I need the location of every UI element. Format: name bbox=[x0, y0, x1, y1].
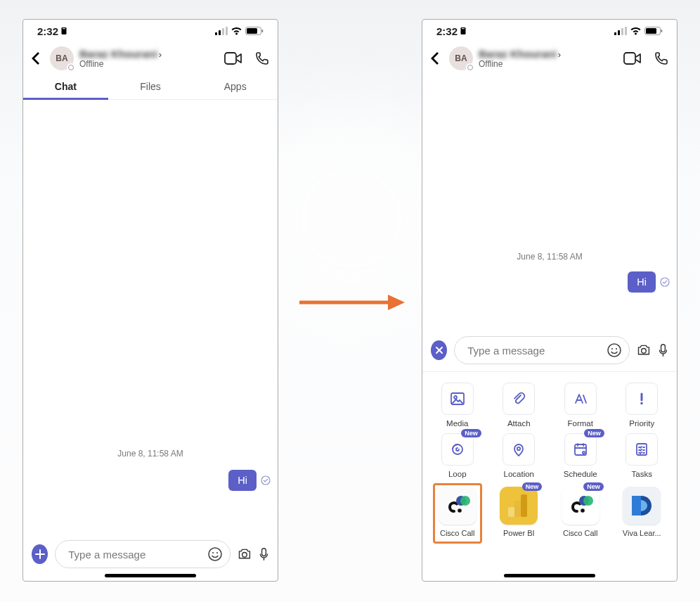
svg-point-16 bbox=[212, 552, 214, 553]
chat-body: June 8, 11:58 AM Hi bbox=[422, 252, 677, 293]
audio-call-icon[interactable] bbox=[654, 51, 668, 65]
mic-icon[interactable] bbox=[259, 546, 269, 563]
emoji-icon[interactable] bbox=[607, 342, 622, 358]
app-cisco-call[interactable]: New Cisco Call bbox=[554, 487, 607, 537]
tab-files[interactable]: Files bbox=[108, 73, 193, 99]
schedule-icon: New bbox=[564, 433, 597, 466]
app-cisco-call[interactable]: Cisco Call bbox=[431, 487, 484, 537]
header-actions bbox=[224, 51, 269, 65]
svg-rect-22 bbox=[614, 32, 616, 35]
tab-apps[interactable]: Apps bbox=[193, 73, 278, 99]
tile-label: Tasks bbox=[632, 470, 652, 478]
app-label: Viva Lear... bbox=[623, 529, 661, 537]
drawer-tile-format[interactable]: Format bbox=[554, 383, 607, 428]
tile-label: Attach bbox=[507, 419, 531, 428]
chevron-right-icon: › bbox=[159, 49, 162, 60]
compose-bar bbox=[422, 336, 677, 364]
plus-icon bbox=[34, 549, 46, 560]
svg-rect-27 bbox=[646, 28, 656, 34]
new-badge: New bbox=[522, 482, 543, 491]
presence-icon bbox=[466, 63, 474, 72]
svg-point-37 bbox=[454, 396, 457, 399]
avatar-initials: BA bbox=[455, 53, 467, 63]
camera-icon[interactable] bbox=[238, 546, 252, 562]
battery-icon bbox=[644, 27, 663, 35]
back-icon[interactable] bbox=[428, 49, 443, 68]
app-viva-lear-[interactable]: Viva Lear... bbox=[616, 487, 669, 537]
drawer-tile-tasks[interactable]: Tasks bbox=[616, 433, 669, 478]
format-icon bbox=[564, 383, 597, 415]
message-input[interactable] bbox=[466, 344, 602, 357]
tile-label: Format bbox=[568, 419, 593, 428]
svg-rect-48 bbox=[514, 501, 521, 517]
header-title-block[interactable]: Baraz Khourani› Offline bbox=[479, 48, 618, 70]
wifi-icon bbox=[630, 27, 642, 35]
avatar[interactable]: BA bbox=[50, 46, 74, 70]
cisco-app-icon: New bbox=[562, 487, 599, 525]
svg-marker-1 bbox=[388, 295, 405, 310]
chat-body: June 8, 11:58 AM Hi bbox=[23, 449, 278, 491]
svg-rect-29 bbox=[624, 53, 635, 64]
video-call-icon[interactable] bbox=[224, 51, 242, 65]
drawer-tile-loop[interactable]: New Loop bbox=[431, 433, 484, 478]
back-icon[interactable] bbox=[29, 49, 44, 68]
svg-point-44 bbox=[458, 508, 462, 513]
loop-icon: New bbox=[441, 433, 474, 466]
svg-point-52 bbox=[583, 496, 593, 506]
tasks-icon bbox=[626, 433, 658, 466]
tile-label: Loop bbox=[448, 470, 467, 478]
attachment-drawer: Media Attach Format Priority New Loop Lo… bbox=[422, 371, 677, 581]
message-input-wrap[interactable] bbox=[454, 336, 630, 364]
svg-rect-13 bbox=[225, 53, 236, 64]
card-icon bbox=[60, 27, 68, 35]
drawer-tile-location[interactable]: Location bbox=[493, 433, 546, 478]
svg-point-40 bbox=[517, 447, 520, 450]
tile-label: Media bbox=[446, 419, 468, 428]
tab-chat[interactable]: Chat bbox=[23, 73, 108, 99]
app-power-bi[interactable]: New Power BI bbox=[493, 487, 546, 537]
video-call-icon[interactable] bbox=[623, 51, 642, 65]
mic-icon[interactable] bbox=[658, 342, 668, 359]
svg-point-18 bbox=[242, 553, 247, 558]
svg-rect-6 bbox=[215, 32, 217, 35]
svg-rect-7 bbox=[219, 30, 221, 35]
message-input-wrap[interactable] bbox=[55, 540, 231, 568]
drawer-tile-attach[interactable]: Attach bbox=[493, 383, 546, 428]
chevron-right-icon: › bbox=[558, 49, 561, 60]
avatar[interactable]: BA bbox=[449, 46, 473, 70]
svg-point-15 bbox=[209, 548, 221, 561]
drawer-tile-media[interactable]: Media bbox=[431, 383, 484, 428]
close-drawer-button[interactable] bbox=[431, 340, 447, 360]
status-bar: 2:32 bbox=[23, 20, 278, 42]
svg-point-46 bbox=[460, 496, 470, 506]
header-actions bbox=[623, 51, 668, 65]
svg-rect-12 bbox=[262, 30, 264, 32]
close-icon bbox=[435, 346, 443, 354]
status-time: 2:32 bbox=[37, 25, 58, 37]
sent-message[interactable]: Hi bbox=[228, 470, 257, 491]
contact-name: Baraz Khourani bbox=[479, 49, 557, 60]
camera-icon[interactable] bbox=[637, 342, 651, 358]
drawer-tile-schedule[interactable]: New Schedule bbox=[554, 433, 607, 478]
new-badge: New bbox=[584, 429, 604, 437]
message-input[interactable] bbox=[67, 548, 203, 561]
signal-icon bbox=[614, 27, 627, 35]
presence-text: Offline bbox=[79, 60, 219, 69]
drawer-tile-priority[interactable]: Priority bbox=[616, 383, 669, 428]
powerbi-app-icon: New bbox=[500, 487, 538, 525]
sent-message[interactable]: Hi bbox=[628, 271, 656, 293]
tile-label: Schedule bbox=[564, 470, 597, 478]
audio-call-icon[interactable] bbox=[255, 51, 269, 65]
svg-rect-25 bbox=[625, 27, 627, 35]
new-badge: New bbox=[461, 429, 481, 437]
app-label: Cisco Call bbox=[563, 529, 598, 537]
emoji-icon[interactable] bbox=[207, 546, 223, 562]
battery-icon bbox=[245, 27, 264, 35]
date-separator: June 8, 11:58 AM bbox=[23, 449, 278, 459]
svg-point-14 bbox=[261, 476, 270, 485]
header-title-block[interactable]: Baraz Khourani› Offline bbox=[79, 48, 219, 70]
plus-button[interactable] bbox=[32, 544, 48, 564]
svg-rect-47 bbox=[521, 494, 527, 517]
home-indicator bbox=[105, 574, 196, 577]
svg-rect-24 bbox=[621, 28, 623, 35]
